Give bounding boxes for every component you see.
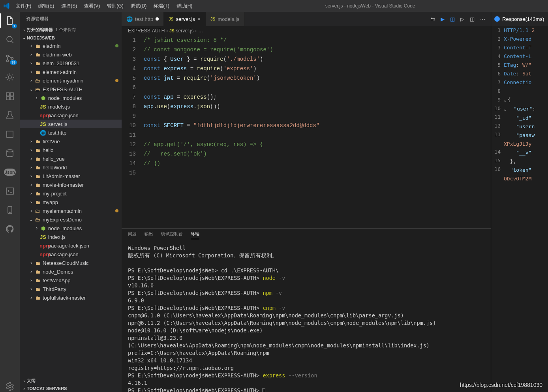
tree-item[interactable]: ›🖿element-admin xyxy=(20,68,122,76)
svg-point-1 xyxy=(7,55,9,57)
tree-item[interactable]: ›🖿topfullstack-master xyxy=(20,293,122,302)
watermark: https://blog.csdn.net/ccf19881030 xyxy=(460,382,542,388)
tree-item[interactable]: ›🖿firstVue xyxy=(20,137,122,146)
panel-tab[interactable]: 问题 xyxy=(128,231,137,239)
device-icon[interactable] xyxy=(4,204,15,216)
tree-item[interactable]: JSmodels.js xyxy=(20,102,122,111)
panel-tab[interactable]: 调试控制台 xyxy=(161,231,183,239)
svg-rect-9 xyxy=(7,131,13,137)
response-tab[interactable]: Response(143ms) xyxy=(491,12,548,26)
tree-item[interactable]: npmpackage.json xyxy=(20,111,122,120)
tree-item[interactable]: ›🖿LitAdmin-master xyxy=(20,172,122,180)
tree-item[interactable]: ›🖿eladmin-web xyxy=(20,50,122,59)
menu-item[interactable]: 转到(G) xyxy=(104,1,126,11)
svg-rect-5 xyxy=(6,93,9,96)
editor-tabs: 🌐test.httpJSserver.js×JSmodels.js ⇆ ▶ ◫ … xyxy=(122,12,491,26)
menu-item[interactable]: 选择(S) xyxy=(58,1,80,11)
breadcrumb[interactable]: EXPRESS-AUTH› JSserver.js› … xyxy=(122,26,491,36)
tree-item[interactable]: ›🖿hello_vue xyxy=(20,154,122,163)
tree-item[interactable]: ›🖿hello xyxy=(20,146,122,154)
panel-tab[interactable]: 终端 xyxy=(191,231,199,239)
run-icon[interactable]: ▶ xyxy=(441,16,445,22)
svg-point-14 xyxy=(9,385,11,388)
tree-item[interactable]: ›🖿NeteaseCloudMusic xyxy=(20,259,122,267)
outline-section[interactable]: ›大纲 xyxy=(20,377,122,385)
tree-item[interactable]: 🌐test.http xyxy=(20,128,122,137)
tree-item[interactable]: ⌄🗁myExpressDemo xyxy=(20,215,122,224)
source-control-icon[interactable]: 99 xyxy=(4,53,15,64)
console-icon[interactable] xyxy=(4,186,15,197)
todo-icon[interactable] xyxy=(4,129,15,140)
open-editors-section[interactable]: ›打开的编辑器1 个未保存 xyxy=(20,26,122,34)
svg-rect-6 xyxy=(10,93,13,96)
svg-point-2 xyxy=(7,60,9,62)
workspace-section[interactable]: ⌄NODEJSWEB xyxy=(20,34,122,41)
database-icon[interactable] xyxy=(4,148,15,159)
menu-item[interactable]: 帮助(H) xyxy=(173,1,196,11)
explorer-badge: 1 xyxy=(12,24,17,28)
github-icon[interactable] xyxy=(4,223,15,234)
tree-item[interactable]: ›🖿node_Demos xyxy=(20,267,122,276)
explorer-icon[interactable]: 1 xyxy=(4,15,15,26)
tree-item[interactable]: ›🖿elem_20190531 xyxy=(20,59,122,68)
tree-item[interactable]: ›🗁element-myadmin xyxy=(20,76,122,85)
tree-item[interactable]: npmpackage.json xyxy=(20,250,122,259)
tree-item[interactable]: npmpackage-lock.json xyxy=(20,241,122,250)
vscode-logo-icon xyxy=(3,3,9,9)
more-icon[interactable]: ⋯ xyxy=(480,16,485,22)
play-icon[interactable]: ▷ xyxy=(460,16,464,22)
svg-point-4 xyxy=(8,76,11,79)
tree-item[interactable]: ⌄🗁EXPRESS-AUTH xyxy=(20,85,122,94)
menu-item[interactable]: 查看(V) xyxy=(81,1,103,11)
split-icon[interactable]: ◫ xyxy=(470,16,475,22)
json-icon[interactable]: Json xyxy=(4,167,15,178)
tree-item[interactable]: JSindex.js xyxy=(20,233,122,241)
tree-item[interactable]: ›🖿movie-info-master xyxy=(20,180,122,189)
tree-item[interactable]: ›🖿my-project xyxy=(20,189,122,198)
debug-icon[interactable] xyxy=(4,72,15,83)
file-tree: ›🖿eladmin›🖿eladmin-web›🖿elem_20190531›🖿e… xyxy=(20,41,122,377)
window-title: server.js - nodejsWeb - Visual Studio Co… xyxy=(195,3,545,9)
panel-tab[interactable]: 输出 xyxy=(145,231,153,239)
editor-tab[interactable]: JSserver.js× xyxy=(164,12,206,26)
tree-item[interactable]: JSserver.js xyxy=(20,120,122,128)
response-panel: Response(143ms) 12345678910111213 141516… xyxy=(491,12,548,392)
activity-bar: 1 99 Json xyxy=(0,12,20,392)
modified-dot-icon xyxy=(156,17,159,21)
svg-rect-11 xyxy=(6,188,13,194)
settings-icon[interactable] xyxy=(4,381,15,392)
tree-item[interactable]: ›🖿helloWorld xyxy=(20,163,122,172)
close-icon[interactable]: × xyxy=(197,16,201,22)
editor-tab[interactable]: JSmodels.js xyxy=(206,12,244,26)
scm-badge: 99 xyxy=(10,60,17,65)
terminal[interactable]: Windows PowerShell 版权所有 (C) Microsoft Co… xyxy=(122,241,491,392)
response-body[interactable]: 12345678910111213 141516 HTTP/1.1 2 X-Po… xyxy=(491,26,548,392)
tab-actions: ⇆ ▶ ◫ ▷ ◫ ⋯ xyxy=(425,12,491,26)
svg-point-0 xyxy=(7,36,12,42)
test-icon[interactable] xyxy=(4,110,15,121)
menu-item[interactable]: 文件(F) xyxy=(13,1,34,11)
menu-item[interactable]: 终端(T) xyxy=(150,1,172,11)
svg-point-3 xyxy=(11,58,13,60)
extensions-icon[interactable] xyxy=(4,91,15,102)
tree-item[interactable]: ›🖿eladmin xyxy=(20,41,122,50)
svg-rect-8 xyxy=(10,97,13,100)
menu-bar: 文件(F)编辑(E)选择(S)查看(V)转到(G)调试(D)终端(T)帮助(H) xyxy=(13,1,195,11)
tree-item[interactable]: ›🖿ThirdParty xyxy=(20,285,122,293)
menu-item[interactable]: 编辑(E) xyxy=(35,1,57,11)
tree-item[interactable]: ›🗁myelementadmin xyxy=(20,206,122,215)
response-icon xyxy=(494,16,500,22)
tree-item[interactable]: ›🖿myapp xyxy=(20,198,122,206)
menu-item[interactable]: 调试(D) xyxy=(128,1,150,11)
compare-icon[interactable]: ⇆ xyxy=(431,16,435,22)
tomcat-section[interactable]: ›TOMCAT SERVERS xyxy=(20,385,122,392)
open-changes-icon[interactable]: ◫ xyxy=(450,16,455,22)
tree-item[interactable]: ›🖿testWebApp xyxy=(20,276,122,285)
sidebar: 资源管理器 ›打开的编辑器1 个未保存 ⌄NODEJSWEB ›🖿eladmin… xyxy=(20,12,122,392)
editor-tab[interactable]: 🌐test.http xyxy=(122,12,164,26)
search-icon[interactable] xyxy=(4,34,15,45)
svg-point-13 xyxy=(9,212,10,213)
tree-item[interactable]: ›⬢node_modules xyxy=(20,224,122,233)
code-editor[interactable]: 123456789101112131415 /* jshint esversio… xyxy=(122,36,491,228)
tree-item[interactable]: ›⬢node_modules xyxy=(20,94,122,102)
